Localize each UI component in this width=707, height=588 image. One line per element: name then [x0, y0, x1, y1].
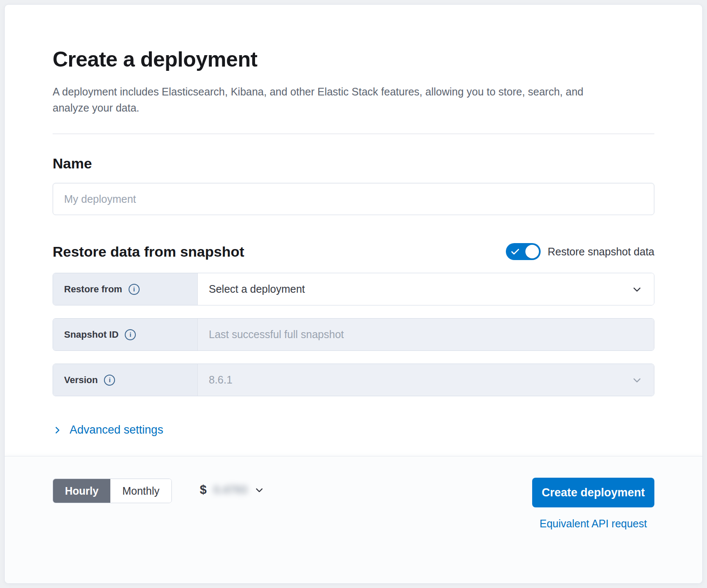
create-deployment-button[interactable]: Create deployment	[532, 478, 654, 507]
version-row: Version i 8.6.1	[53, 364, 654, 396]
snapshot-id-label-cell: Snapshot ID i	[53, 319, 198, 350]
chevron-down-icon	[254, 484, 265, 496]
restore-snapshot-toggle-label: Restore snapshot data	[547, 246, 654, 258]
footer-bar: Hourly Monthly $ 0.4793 Create deploymen…	[5, 456, 702, 583]
billing-interval-toggle: Hourly Monthly	[53, 479, 172, 503]
chevron-down-icon	[631, 283, 643, 295]
chevron-down-icon	[631, 374, 643, 386]
restore-snapshot-toggle-group: Restore snapshot data	[506, 243, 654, 260]
deployment-name-input[interactable]	[53, 183, 654, 215]
snapshot-id-row: Snapshot ID i	[53, 318, 654, 351]
divider	[53, 134, 654, 134]
monthly-button[interactable]: Monthly	[110, 479, 171, 503]
hourly-button[interactable]: Hourly	[53, 479, 110, 503]
advanced-settings-link[interactable]: Advanced settings	[53, 423, 163, 437]
currency-symbol: $	[200, 483, 207, 497]
restore-from-value: Select a deployment	[209, 283, 305, 295]
snapshot-id-input[interactable]	[209, 328, 643, 341]
version-label: Version	[64, 375, 98, 386]
info-icon[interactable]: i	[125, 329, 136, 340]
restore-from-label: Restore from	[64, 284, 122, 295]
snapshot-id-control	[198, 319, 654, 350]
restore-from-row: Restore from i Select a deployment	[53, 273, 654, 305]
info-icon[interactable]: i	[104, 375, 115, 386]
main-content: Create a deployment A deployment include…	[5, 5, 702, 456]
page-title: Create a deployment	[53, 47, 654, 72]
restore-from-label-cell: Restore from i	[53, 273, 198, 305]
check-icon	[511, 249, 519, 255]
version-label-cell: Version i	[53, 364, 198, 396]
page-subtitle: A deployment includes Elasticsearch, Kib…	[53, 84, 598, 116]
info-icon[interactable]: i	[129, 284, 140, 295]
toggle-knob	[525, 245, 539, 258]
price-dropdown[interactable]: $ 0.4793	[200, 483, 265, 497]
footer-actions: Create deployment Equivalent API request	[532, 478, 654, 530]
restore-snapshot-toggle[interactable]	[506, 243, 541, 260]
name-section-heading: Name	[53, 155, 654, 172]
version-select[interactable]: 8.6.1	[198, 364, 654, 396]
advanced-settings-label: Advanced settings	[70, 423, 163, 437]
chevron-right-icon	[53, 426, 62, 435]
equivalent-api-request-link[interactable]: Equivalent API request	[540, 518, 647, 530]
snapshot-section-heading: Restore data from snapshot	[53, 244, 244, 260]
price-amount-blurred: 0.4793	[213, 483, 247, 496]
version-value: 8.6.1	[209, 374, 233, 386]
snapshot-id-label: Snapshot ID	[64, 329, 118, 340]
snapshot-section-header: Restore data from snapshot Restore snaps…	[53, 243, 654, 260]
restore-from-select[interactable]: Select a deployment	[198, 273, 654, 305]
create-deployment-card: Create a deployment A deployment include…	[4, 4, 703, 584]
